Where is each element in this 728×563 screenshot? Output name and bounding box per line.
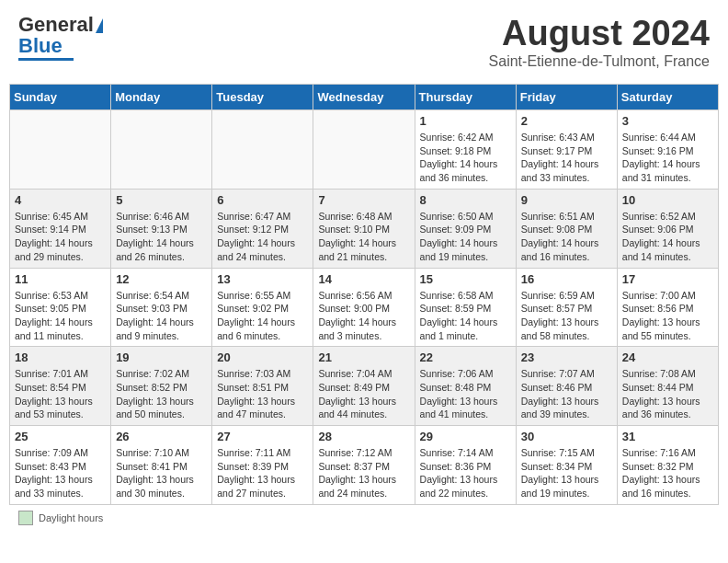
day-number: 16 xyxy=(521,272,612,286)
day-number: 4 xyxy=(15,193,106,207)
day-number: 10 xyxy=(622,193,713,207)
day-info: Sunrise: 6:56 AM Sunset: 9:00 PM Dayligh… xyxy=(318,289,409,343)
day-info: Sunrise: 6:44 AM Sunset: 9:16 PM Dayligh… xyxy=(622,131,713,185)
day-info: Sunrise: 6:45 AM Sunset: 9:14 PM Dayligh… xyxy=(15,210,106,264)
day-number: 14 xyxy=(318,272,409,286)
calendar-cell: 19Sunrise: 7:02 AM Sunset: 8:52 PM Dayli… xyxy=(111,347,212,426)
calendar-cell xyxy=(313,110,415,190)
day-number: 13 xyxy=(217,272,308,286)
calendar-cell: 30Sunrise: 7:15 AM Sunset: 8:34 PM Dayli… xyxy=(516,426,617,505)
calendar-cell: 7Sunrise: 6:48 AM Sunset: 9:10 PM Daylig… xyxy=(313,189,415,268)
day-info: Sunrise: 7:07 AM Sunset: 8:46 PM Dayligh… xyxy=(521,367,612,421)
day-info: Sunrise: 7:03 AM Sunset: 8:51 PM Dayligh… xyxy=(217,367,308,421)
col-header-monday: Monday xyxy=(111,85,212,110)
day-info: Sunrise: 6:48 AM Sunset: 9:10 PM Dayligh… xyxy=(318,210,409,264)
day-info: Sunrise: 7:01 AM Sunset: 8:54 PM Dayligh… xyxy=(15,367,106,421)
col-header-thursday: Thursday xyxy=(415,85,516,110)
calendar-cell: 14Sunrise: 6:56 AM Sunset: 9:00 PM Dayli… xyxy=(313,268,415,347)
calendar-week-3: 11Sunrise: 6:53 AM Sunset: 9:05 PM Dayli… xyxy=(10,268,719,347)
day-info: Sunrise: 6:59 AM Sunset: 8:57 PM Dayligh… xyxy=(521,289,612,343)
day-info: Sunrise: 7:11 AM Sunset: 8:39 PM Dayligh… xyxy=(217,446,308,500)
calendar-cell xyxy=(111,110,212,190)
calendar-cell: 2Sunrise: 6:43 AM Sunset: 9:17 PM Daylig… xyxy=(516,110,617,190)
day-info: Sunrise: 6:55 AM Sunset: 9:02 PM Dayligh… xyxy=(217,289,308,343)
calendar-cell: 8Sunrise: 6:50 AM Sunset: 9:09 PM Daylig… xyxy=(415,189,516,268)
calendar-cell: 11Sunrise: 6:53 AM Sunset: 9:05 PM Dayli… xyxy=(10,268,111,347)
calendar-cell xyxy=(10,110,111,190)
subtitle: Saint-Etienne-de-Tulmont, France xyxy=(489,53,710,70)
day-number: 18 xyxy=(15,350,106,364)
calendar-cell: 16Sunrise: 6:59 AM Sunset: 8:57 PM Dayli… xyxy=(516,268,617,347)
day-info: Sunrise: 7:14 AM Sunset: 8:36 PM Dayligh… xyxy=(420,446,511,500)
calendar-cell: 4Sunrise: 6:45 AM Sunset: 9:14 PM Daylig… xyxy=(10,189,111,268)
calendar-header-row: SundayMondayTuesdayWednesdayThursdayFrid… xyxy=(10,85,719,110)
title-area: August 2024 Saint-Etienne-de-Tulmont, Fr… xyxy=(489,14,710,70)
day-number: 1 xyxy=(420,114,511,128)
calendar-cell: 9Sunrise: 6:51 AM Sunset: 9:08 PM Daylig… xyxy=(516,189,617,268)
col-header-wednesday: Wednesday xyxy=(313,85,415,110)
day-info: Sunrise: 6:52 AM Sunset: 9:06 PM Dayligh… xyxy=(622,210,713,264)
col-header-sunday: Sunday xyxy=(10,85,111,110)
calendar-week-4: 18Sunrise: 7:01 AM Sunset: 8:54 PM Dayli… xyxy=(10,347,719,426)
logo: General Blue xyxy=(18,14,103,61)
day-number: 20 xyxy=(217,350,308,364)
calendar-cell: 12Sunrise: 6:54 AM Sunset: 9:03 PM Dayli… xyxy=(111,268,212,347)
day-number: 24 xyxy=(622,350,713,364)
calendar-cell: 28Sunrise: 7:12 AM Sunset: 8:37 PM Dayli… xyxy=(313,426,415,505)
calendar-cell: 31Sunrise: 7:16 AM Sunset: 8:32 PM Dayli… xyxy=(617,426,718,505)
calendar-cell: 17Sunrise: 7:00 AM Sunset: 8:56 PM Dayli… xyxy=(617,268,718,347)
day-number: 28 xyxy=(318,430,409,443)
calendar-cell: 5Sunrise: 6:46 AM Sunset: 9:13 PM Daylig… xyxy=(111,189,212,268)
calendar-cell: 24Sunrise: 7:08 AM Sunset: 8:44 PM Dayli… xyxy=(617,347,718,426)
footer: Daylight hours xyxy=(9,511,719,525)
day-info: Sunrise: 6:58 AM Sunset: 8:59 PM Dayligh… xyxy=(420,289,511,343)
calendar-table: SundayMondayTuesdayWednesdayThursdayFrid… xyxy=(9,84,719,505)
calendar-cell: 22Sunrise: 7:06 AM Sunset: 8:48 PM Dayli… xyxy=(415,347,516,426)
day-number: 25 xyxy=(15,430,106,443)
logo-text: General xyxy=(18,14,103,36)
day-info: Sunrise: 7:06 AM Sunset: 8:48 PM Dayligh… xyxy=(420,367,511,421)
calendar-cell: 29Sunrise: 7:14 AM Sunset: 8:36 PM Dayli… xyxy=(415,426,516,505)
day-number: 12 xyxy=(116,272,207,286)
day-number: 9 xyxy=(521,193,612,207)
day-info: Sunrise: 7:10 AM Sunset: 8:41 PM Dayligh… xyxy=(116,446,207,500)
day-number: 15 xyxy=(420,272,511,286)
day-info: Sunrise: 6:42 AM Sunset: 9:18 PM Dayligh… xyxy=(420,131,511,185)
main-title: August 2024 xyxy=(489,14,710,53)
day-number: 26 xyxy=(116,430,207,443)
calendar-cell: 27Sunrise: 7:11 AM Sunset: 8:39 PM Dayli… xyxy=(212,426,313,505)
day-info: Sunrise: 7:16 AM Sunset: 8:32 PM Dayligh… xyxy=(622,446,713,500)
day-info: Sunrise: 7:08 AM Sunset: 8:44 PM Dayligh… xyxy=(622,367,713,421)
day-number: 6 xyxy=(217,193,308,207)
day-number: 19 xyxy=(116,350,207,364)
day-number: 31 xyxy=(622,430,713,443)
day-info: Sunrise: 7:15 AM Sunset: 8:34 PM Dayligh… xyxy=(521,446,612,500)
calendar-cell: 23Sunrise: 7:07 AM Sunset: 8:46 PM Dayli… xyxy=(516,347,617,426)
calendar-cell: 20Sunrise: 7:03 AM Sunset: 8:51 PM Dayli… xyxy=(212,347,313,426)
header: General Blue August 2024 Saint-Etienne-d… xyxy=(9,9,719,75)
day-number: 30 xyxy=(521,430,612,443)
day-number: 5 xyxy=(116,193,207,207)
calendar-cell: 25Sunrise: 7:09 AM Sunset: 8:43 PM Dayli… xyxy=(10,426,111,505)
day-number: 7 xyxy=(318,193,409,207)
day-info: Sunrise: 6:54 AM Sunset: 9:03 PM Dayligh… xyxy=(116,289,207,343)
day-number: 27 xyxy=(217,430,308,443)
day-number: 29 xyxy=(420,430,511,443)
calendar-week-5: 25Sunrise: 7:09 AM Sunset: 8:43 PM Dayli… xyxy=(10,426,719,505)
day-info: Sunrise: 6:43 AM Sunset: 9:17 PM Dayligh… xyxy=(521,131,612,185)
day-info: Sunrise: 7:00 AM Sunset: 8:56 PM Dayligh… xyxy=(622,289,713,343)
calendar-cell: 6Sunrise: 6:47 AM Sunset: 9:12 PM Daylig… xyxy=(212,189,313,268)
calendar-cell: 21Sunrise: 7:04 AM Sunset: 8:49 PM Dayli… xyxy=(313,347,415,426)
day-number: 22 xyxy=(420,350,511,364)
logo-underline xyxy=(18,58,74,61)
day-info: Sunrise: 6:51 AM Sunset: 9:08 PM Dayligh… xyxy=(521,210,612,264)
calendar-cell: 15Sunrise: 6:58 AM Sunset: 8:59 PM Dayli… xyxy=(415,268,516,347)
calendar-cell xyxy=(212,110,313,190)
day-info: Sunrise: 6:50 AM Sunset: 9:09 PM Dayligh… xyxy=(420,210,511,264)
legend-box xyxy=(18,511,33,525)
calendar-cell: 18Sunrise: 7:01 AM Sunset: 8:54 PM Dayli… xyxy=(10,347,111,426)
calendar-cell: 1Sunrise: 6:42 AM Sunset: 9:18 PM Daylig… xyxy=(415,110,516,190)
day-info: Sunrise: 6:47 AM Sunset: 9:12 PM Dayligh… xyxy=(217,210,308,264)
logo-blue: Blue xyxy=(18,36,63,56)
day-info: Sunrise: 6:53 AM Sunset: 9:05 PM Dayligh… xyxy=(15,289,106,343)
